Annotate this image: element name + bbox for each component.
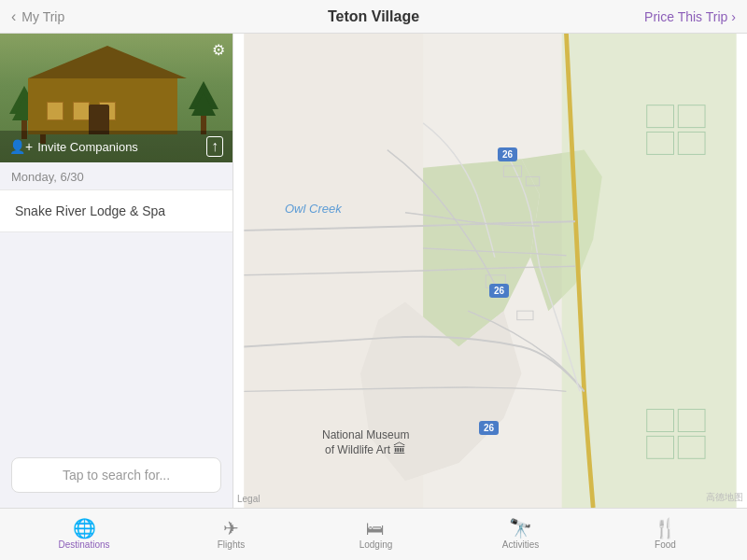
card-settings-button[interactable]: ⚙ bbox=[212, 41, 225, 59]
search-input[interactable]: Tap to search for... bbox=[11, 457, 221, 493]
search-placeholder: Tap to search for... bbox=[63, 468, 170, 483]
gear-icon: ⚙ bbox=[212, 42, 225, 58]
route-badge-26-bot: 26 bbox=[479, 421, 499, 435]
nav-flights[interactable]: ✈ Flights bbox=[208, 519, 255, 550]
plane-icon: ✈ bbox=[223, 519, 239, 538]
museum-icon: 🏛 bbox=[393, 441, 406, 456]
nav-lodging-label: Lodging bbox=[359, 539, 393, 550]
map-svg bbox=[233, 34, 747, 508]
museum-label: National Museumof Wildlife Art 🏛 bbox=[322, 428, 409, 456]
back-button[interactable]: ‹ My Trip bbox=[11, 8, 64, 25]
price-trip-button[interactable]: Price This Trip › bbox=[644, 9, 736, 24]
bottom-nav: 🌐 Destinations ✈ Flights 🛏 Lodging 🔭 Act… bbox=[0, 508, 747, 560]
nav-flights-label: Flights bbox=[218, 539, 245, 550]
main-content: ⚙ 👤+ Invite Companions ↑ Monday, 6/30 Sn… bbox=[0, 34, 747, 508]
invite-companions-button[interactable]: 👤+ Invite Companions bbox=[9, 139, 138, 154]
page-title: Teton Village bbox=[328, 8, 419, 25]
bed-icon: 🛏 bbox=[366, 519, 385, 538]
price-trip-label: Price This Trip bbox=[644, 9, 727, 24]
route-badge-26-mid: 26 bbox=[489, 284, 509, 298]
invite-icon: 👤+ bbox=[9, 139, 33, 154]
map-watermark: 高德地图 bbox=[706, 491, 743, 504]
tree-decoration bbox=[189, 81, 218, 134]
nav-food[interactable]: 🍴 Food bbox=[641, 519, 688, 550]
invite-label: Invite Companions bbox=[37, 140, 138, 154]
lodge-building bbox=[28, 60, 177, 134]
nav-activities[interactable]: 🔭 Activities bbox=[497, 519, 543, 550]
left-panel: ⚙ 👤+ Invite Companions ↑ Monday, 6/30 Sn… bbox=[0, 34, 233, 508]
date-section: Monday, 6/30 bbox=[0, 162, 233, 188]
destination-overlay: 👤+ Invite Companions ↑ bbox=[0, 131, 233, 162]
nav-destinations-label: Destinations bbox=[58, 539, 109, 550]
destination-card: ⚙ 👤+ Invite Companions ↑ bbox=[0, 34, 233, 162]
telescope-icon: 🔭 bbox=[509, 519, 532, 538]
route-badge-26-top: 26 bbox=[498, 147, 517, 161]
globe-icon: 🌐 bbox=[73, 519, 96, 538]
nav-lodging[interactable]: 🛏 Lodging bbox=[352, 519, 399, 550]
top-header: ‹ My Trip Teton Village Price This Trip … bbox=[0, 0, 747, 34]
nav-activities-label: Activities bbox=[502, 539, 539, 550]
hotel-list-item[interactable]: Snake River Lodge & Spa bbox=[0, 189, 233, 232]
share-icon: ↑ bbox=[206, 136, 223, 157]
nav-food-label: Food bbox=[655, 539, 676, 550]
map-area[interactable]: Owl Creek 26 26 26 National Museumof Wil… bbox=[233, 34, 747, 508]
back-label: My Trip bbox=[21, 9, 64, 24]
owl-creek-label: Owl Creek bbox=[285, 202, 342, 216]
legal-text: Legal bbox=[237, 494, 260, 504]
share-button[interactable]: ↑ bbox=[206, 136, 223, 157]
nav-destinations[interactable]: 🌐 Destinations bbox=[58, 519, 109, 550]
search-bar-container: Tap to search for... bbox=[0, 234, 233, 508]
fork-icon: 🍴 bbox=[654, 519, 677, 538]
chevron-right-icon: › bbox=[731, 9, 736, 24]
back-icon: ‹ bbox=[11, 8, 16, 25]
hotel-name: Snake River Lodge & Spa bbox=[15, 203, 165, 218]
